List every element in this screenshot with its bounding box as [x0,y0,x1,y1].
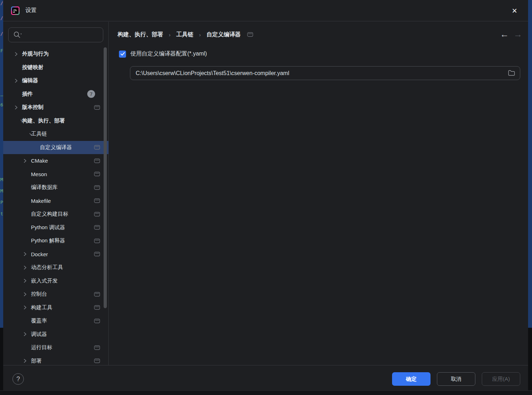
sidebar-item-外观与行为[interactable]: 外观与行为 [3,47,109,61]
dialog-title: 设置 [25,7,37,14]
sidebar-item-label: 构建、执行、部署 [22,117,65,124]
sidebar-item-版本控制[interactable]: 版本控制 [3,101,109,114]
chevron-right-icon[interactable] [22,304,28,311]
sidebar-scrollbar[interactable] [104,47,107,308]
breadcrumb-item[interactable]: 自定义编译器 [207,31,241,38]
sidebar-item-python-调试器[interactable]: Python 调试器 [3,221,109,235]
chevron-placeholder [22,184,28,191]
chevron-placeholder [22,211,28,217]
sidebar-item-自定义构建目标[interactable]: 自定义构建目标 [3,207,109,221]
help-icon[interactable]: ? [12,373,24,385]
chevron-down-icon[interactable] [13,117,19,124]
sidebar-item-构建工具[interactable]: 构建工具 [3,301,109,315]
chevron-placeholder [22,224,28,231]
folder-browse-icon[interactable] [508,70,515,76]
sidebar-item-运行目标[interactable]: 运行目标 [3,341,109,354]
monitor-icon [94,345,100,350]
sidebar-item-label: 外观与行为 [22,51,49,57]
sidebar-item-调试器[interactable]: 调试器 [3,328,109,341]
sidebar-item-覆盖率[interactable]: 覆盖率 [3,314,109,328]
background-code-char: t [0,211,3,216]
chevron-right-icon[interactable] [22,358,28,364]
background-code-char: / [0,31,3,36]
ok-button[interactable]: 确定 [392,372,431,386]
sidebar-item-插件[interactable]: 插件7 [3,88,109,101]
sidebar-item-cmake[interactable]: CMake [3,154,109,168]
sidebar-item-label: 自定义构建目标 [31,211,68,217]
monitor-icon [94,212,100,217]
chevron-down-icon[interactable] [22,131,28,137]
sidebar-item-动态分析工具[interactable]: 动态分析工具 [3,261,109,274]
chevron-right-icon[interactable] [22,278,28,284]
sidebar-item-label: Docker [31,251,48,257]
background-code-char: / [0,1,3,5]
chevron-placeholder [22,344,28,351]
sidebar-item-label: 版本控制 [22,104,43,111]
background-under-left [0,328,3,395]
sidebar-item-编译数据库[interactable]: 编译数据库 [3,181,109,194]
chevron-right-icon[interactable] [13,51,19,57]
sidebar-item-嵌入式开发[interactable]: 嵌入式开发 [3,274,109,288]
sidebar-item-label: 控制台 [31,291,47,297]
chevron-right-icon[interactable] [22,291,28,297]
sidebar-item-docker[interactable]: Docker [3,248,109,261]
monitor-icon [94,292,100,297]
sidebar-item-label: CMake [31,158,48,164]
chevron-right-icon[interactable] [13,104,19,111]
sidebar-item-label: 按键映射 [22,64,43,71]
settings-tree: 外观与行为按键映射 编辑器插件7 版本控制 构建、执行、部署 工具链自定义编译器… [3,47,109,368]
chevron-right-icon[interactable] [13,78,19,84]
sidebar-item-工具链[interactable]: 工具链 [3,127,109,141]
background-code-char: P [0,200,3,205]
monitor-icon [94,172,100,177]
chevron-right-icon[interactable] [22,251,28,257]
sidebar-item-label: Python 调试器 [31,224,65,231]
search-input[interactable] [8,27,103,42]
compiler-config-path-input[interactable] [130,66,520,80]
back-arrow-icon[interactable]: ← [500,29,509,40]
chevron-placeholder [13,64,19,70]
sidebar-item-控制台[interactable]: 控制台 [3,288,109,301]
sidebar-item-label: Python 解释器 [31,237,65,244]
cancel-button[interactable]: 取消 [437,372,475,386]
sidebar-item-python-解释器[interactable]: Python 解释器 [3,234,109,248]
sidebar-item-构建、执行、部署[interactable]: 构建、执行、部署 [3,114,109,128]
close-icon[interactable]: ✕ [509,5,520,16]
sidebar-item-label: 调试器 [31,331,47,338]
monitor-icon [94,225,100,230]
chevron-right-icon[interactable] [22,264,28,271]
chevron-right-icon[interactable] [22,158,28,164]
sidebar-item-编辑器[interactable]: 编辑器 [3,74,109,88]
monitor-icon [94,185,100,190]
sidebar-item-meson[interactable]: Meson [3,168,109,181]
background-code-char: F [0,48,3,53]
breadcrumb-separator-icon: › [169,32,171,38]
breadcrumb-item[interactable]: 构建、执行、部署 [118,31,163,38]
sidebar-item-按键映射[interactable]: 按键映射 [3,61,109,74]
chevron-placeholder [22,318,28,324]
monitor-icon [94,105,100,110]
dialog-bottom-edge [0,390,532,395]
sidebar-item-label: 覆盖率 [31,317,47,324]
checkbox-label[interactable]: 使用自定义编译器配置(*.yaml) [130,50,207,58]
breadcrumb-item[interactable]: 工具链 [176,31,193,38]
chevron-right-icon[interactable] [22,331,28,337]
monitor-icon [94,158,100,163]
chevron-placeholder [31,144,37,151]
dialog-footer: ? 确定 取消 应用(A) [3,365,528,390]
sidebar-item-label: Meson [31,171,47,177]
use-custom-compiler-checkbox[interactable] [119,51,126,58]
background-code-char: 6 [0,102,3,107]
breadcrumb: 构建、执行、部署 › 工具链 › 自定义编译器 [118,28,253,41]
background-code-char: M [0,189,3,193]
monitor-icon [94,358,100,363]
sidebar-item-label: 运行目标 [31,344,52,351]
sidebar-item-label: 编辑器 [22,77,38,84]
background-under-right [528,328,532,395]
chevron-placeholder [22,238,28,244]
sidebar-item-自定义编译器[interactable]: 自定义编译器 [3,141,109,154]
background-code-char: / [0,16,3,20]
background-code-char: — [0,93,3,98]
background-code-char: M [0,177,3,182]
sidebar-item-makefile[interactable]: Makefile [3,194,109,208]
